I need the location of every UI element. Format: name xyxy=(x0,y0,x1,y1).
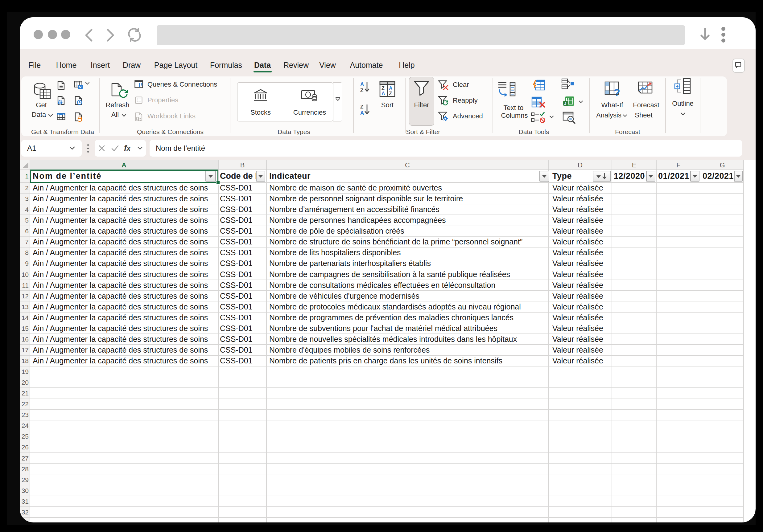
svg-text:A: A xyxy=(382,91,385,96)
svg-text:A: A xyxy=(389,86,392,91)
svg-text:Z: Z xyxy=(360,104,363,110)
svg-text:?: ? xyxy=(614,87,620,98)
svg-text:J: J xyxy=(564,101,566,106)
svg-text:Z: Z xyxy=(389,91,392,96)
svg-text:A: A xyxy=(360,110,364,116)
svg-text:Z: Z xyxy=(382,86,384,91)
svg-text:A: A xyxy=(360,81,364,87)
svg-text:Z: Z xyxy=(360,88,363,93)
